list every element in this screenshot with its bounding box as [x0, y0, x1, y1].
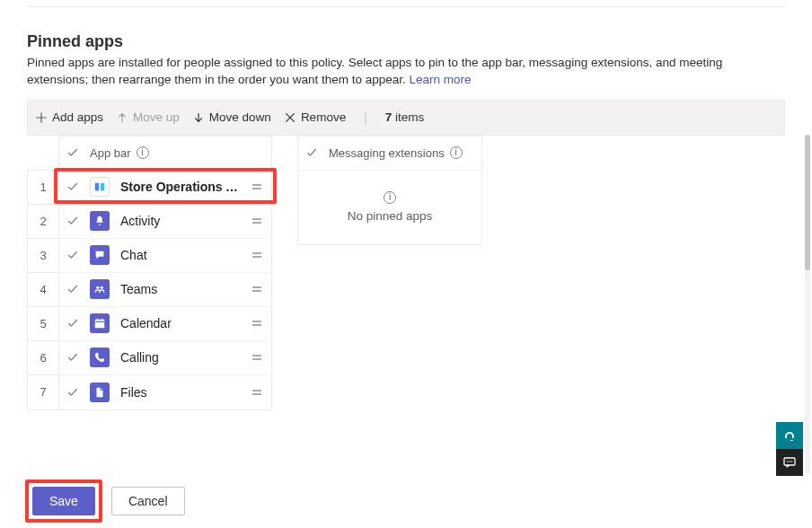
chat-icon: [90, 245, 110, 265]
help-buttons: [776, 422, 803, 476]
feedback-button[interactable]: [776, 449, 803, 476]
messaging-column-label: Messaging extensions: [329, 146, 445, 160]
arrow-up-icon: [116, 111, 128, 124]
drag-handle[interactable]: [250, 350, 264, 365]
info-icon[interactable]: i: [137, 146, 149, 159]
select-all-checkbox[interactable]: [66, 146, 79, 159]
move-down-label: Move down: [209, 110, 271, 124]
add-apps-button[interactable]: Add apps: [35, 109, 103, 126]
save-button[interactable]: Save: [32, 487, 95, 515]
table-row[interactable]: Store Operations Assist T…: [59, 171, 271, 205]
arrow-down-icon: [192, 111, 205, 124]
store-icon: [90, 177, 110, 197]
toolbar: Add apps Move up Move down Remove | 7 it…: [27, 100, 785, 136]
scrollbar-thumb[interactable]: [805, 135, 810, 270]
row-label: Store Operations Assist T…: [120, 180, 239, 194]
drag-handle[interactable]: [250, 214, 264, 228]
drag-handle-icon[interactable]: [250, 282, 264, 296]
table-row[interactable]: Files: [59, 375, 271, 409]
drag-handle-icon[interactable]: [250, 214, 264, 228]
messaging-header: Messaging extensions i: [298, 136, 481, 171]
file-icon: [90, 383, 110, 402]
drag-handle[interactable]: [250, 180, 264, 194]
move-up-label: Move up: [133, 110, 180, 124]
row-label: Teams: [120, 282, 239, 296]
row-label: Calendar: [120, 316, 239, 330]
drag-handle-icon[interactable]: [250, 385, 264, 400]
messaging-empty-text: No pinned apps: [348, 209, 433, 223]
app-bar-column-label: App bar: [90, 146, 131, 160]
section-description-text: Pinned apps are installed for people ass…: [27, 56, 722, 86]
row-label: Files: [120, 385, 239, 400]
svg-point-8: [96, 286, 99, 289]
table-row[interactable]: Calendar: [59, 307, 271, 341]
pinned-lists: 1234567 App bar i Store Operations Assis…: [27, 136, 785, 410]
table-row[interactable]: Calling: [59, 341, 271, 375]
info-icon[interactable]: i: [450, 146, 463, 159]
app-bar-header: App bar i: [59, 136, 271, 171]
row-checkbox[interactable]: [66, 283, 79, 295]
svg-rect-0: [95, 183, 99, 191]
learn-more-link[interactable]: Learn more: [410, 73, 472, 86]
svg-point-26: [791, 461, 793, 462]
row-checkbox[interactable]: [66, 386, 79, 399]
info-icon: i: [384, 191, 396, 204]
row-checkbox[interactable]: [66, 215, 79, 227]
row-checkbox[interactable]: [66, 249, 79, 261]
table-row[interactable]: Chat: [59, 239, 271, 273]
drag-handle-icon[interactable]: [250, 180, 264, 194]
drag-handle[interactable]: [250, 282, 264, 296]
calendar-icon: [90, 313, 110, 333]
row-number: 5: [28, 307, 58, 341]
move-up-button[interactable]: Move up: [116, 109, 180, 126]
item-count-label: items: [392, 110, 424, 124]
row-number: 4: [28, 273, 58, 307]
row-checkbox[interactable]: [66, 317, 79, 330]
scrollbar[interactable]: [805, 135, 810, 474]
svg-point-9: [101, 286, 103, 289]
plus-icon: [35, 111, 48, 124]
row-number: 3: [28, 239, 58, 273]
svg-point-25: [789, 461, 790, 462]
app-bar-card: App bar i Store Operations Assist T…Acti…: [58, 136, 272, 410]
drag-handle[interactable]: [250, 316, 264, 330]
drag-handle-icon[interactable]: [250, 248, 264, 262]
item-count: 7 items: [385, 110, 425, 124]
section-title: Pinned apps: [27, 32, 785, 51]
remove-label: Remove: [301, 110, 346, 124]
row-number-gutter: 1234567: [27, 170, 58, 410]
row-label: Calling: [120, 350, 239, 365]
phone-icon: [90, 348, 110, 367]
row-label: Activity: [120, 214, 239, 228]
cancel-button[interactable]: Cancel: [111, 487, 185, 515]
app-bar-rows: Store Operations Assist T…ActivityChatTe…: [59, 171, 271, 409]
teams-icon: [90, 279, 110, 299]
section-description: Pinned apps are installed for people ass…: [27, 55, 785, 89]
table-row[interactable]: Teams: [59, 273, 271, 307]
toolbar-separator: |: [358, 110, 373, 125]
messaging-empty-state: i No pinned apps: [298, 171, 481, 244]
row-checkbox[interactable]: [66, 351, 79, 364]
add-apps-label: Add apps: [52, 110, 103, 124]
drag-handle[interactable]: [250, 248, 264, 262]
row-checkbox[interactable]: [66, 180, 79, 193]
svg-point-24: [787, 461, 789, 462]
select-all-checkbox[interactable]: [305, 146, 318, 159]
drag-handle-icon[interactable]: [250, 350, 264, 365]
row-number: 6: [28, 341, 58, 375]
table-row[interactable]: Activity: [59, 205, 271, 239]
row-label: Chat: [120, 248, 239, 262]
drag-handle-icon[interactable]: [250, 316, 264, 330]
row-number: 2: [28, 205, 58, 239]
remove-button[interactable]: Remove: [284, 109, 346, 126]
footer: Save Cancel: [0, 487, 812, 515]
drag-handle[interactable]: [250, 385, 264, 400]
messaging-extensions-card: Messaging extensions i i No pinned apps: [297, 136, 482, 245]
close-icon: [284, 111, 296, 124]
headset-help-button[interactable]: [776, 422, 803, 449]
row-number: 7: [28, 375, 58, 409]
move-down-button[interactable]: Move down: [192, 109, 271, 126]
bell-icon: [90, 211, 110, 231]
svg-rect-1: [101, 183, 104, 191]
row-number: 1: [28, 171, 58, 205]
